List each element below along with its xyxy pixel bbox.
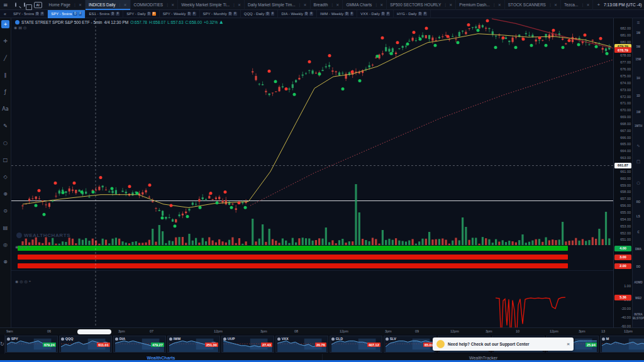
tab-close-icon[interactable]: ✕	[238, 3, 241, 7]
timeframe-1d[interactable]: 1D	[633, 94, 644, 98]
line-chart-icon[interactable]: ∿	[633, 145, 644, 148]
watchlist-panel-vxx[interactable]: VXX20.76	[275, 336, 328, 353]
timeframe-15m[interactable]: 15M	[633, 58, 644, 62]
timeframe-1h[interactable]: 1H	[633, 77, 644, 80]
workspace-tab-sp500-sectors-hourly[interactable]: SP500 SECTORS HOURLY⋮✕	[387, 0, 456, 10]
workspace-tab-stock-scanners[interactable]: STOCK SCANNERS⋮✕	[505, 0, 561, 10]
measure-tool[interactable]: ◇	[1, 173, 9, 181]
tab-menu-dots-icon[interactable]: ⋮	[443, 3, 447, 7]
chart-tab-dia-weekly[interactable]: DIA - WeeklyDF	[278, 10, 317, 18]
indicator-admd[interactable]: ADMD	[633, 281, 644, 285]
watchlist-panel-slv[interactable]: SLV65.09	[384, 336, 436, 353]
timeframe-1w[interactable]: 1W	[633, 111, 644, 114]
tab-close-icon[interactable]: ✕	[79, 3, 82, 7]
timeframe-1mth[interactable]: 1MTH	[633, 124, 644, 128]
watchlist-panel-uup[interactable]: UUP27.43	[221, 336, 274, 353]
workspace-tab-home-page[interactable]: Home Page⋮✕	[46, 0, 86, 10]
workspace-tab-indices-daily[interactable]: INDICES Daily⋮✕	[86, 0, 131, 10]
chart-tab-iwm-weekly[interactable]: IWM - WeeklyDF	[317, 10, 357, 18]
indicator-ro[interactable]: RO	[633, 200, 644, 204]
indicator-ls[interactable]: LS	[633, 215, 644, 219]
indicator-do[interactable]: DO	[633, 265, 644, 269]
tab-menu-dots-icon[interactable]: ⋮	[165, 3, 169, 7]
strip-menu-icon[interactable]: ≡	[633, 21, 644, 25]
tab-menu-dots-icon[interactable]: ⋮	[298, 3, 302, 7]
zoom-in-tool[interactable]: ⊕	[1, 190, 9, 198]
indicator-wb2[interactable]: WB2	[633, 297, 644, 300]
tab-close-icon[interactable]: ✕	[498, 3, 501, 7]
oscillator-pane-controls[interactable]: ◉◎◎+	[15, 279, 31, 283]
tab-close-icon[interactable]: ✕	[554, 3, 557, 7]
layouts-icon[interactable]	[24, 3, 25, 7]
chart-tab-es1-5mins[interactable]: ES1 - 5minsDF	[86, 10, 123, 18]
magnet-tool[interactable]: ⊙	[1, 207, 9, 215]
crosshair-tool[interactable]: ✛	[1, 37, 9, 45]
watchlist-panel-spy[interactable]: SPY679.24	[5, 336, 58, 353]
brush-tool[interactable]: ✎	[1, 122, 9, 130]
tab-close-icon[interactable]: ✕	[449, 3, 452, 7]
search-icon[interactable]	[15, 3, 16, 7]
chart-tab-spy-monthly[interactable]: SPY - MonthlyDF	[200, 10, 241, 18]
chart-tab-spy-weekly[interactable]: SPY - WeeklyDF	[160, 10, 200, 18]
square-icon[interactable]: □	[633, 160, 644, 164]
tab-close-icon[interactable]: ✕	[336, 3, 339, 7]
chart-tab-qqq-daily[interactable]: QQQ - DailyDF	[241, 10, 279, 18]
tab-menu-dots-icon[interactable]: ⋮	[330, 3, 334, 7]
add-button[interactable]: ＋	[1, 20, 9, 28]
indicator-c[interactable]: C	[633, 231, 644, 234]
workspace-tab-gmma-charts[interactable]: GMMA Charts⋮✕	[343, 0, 387, 10]
tab-menu-dots-icon[interactable]: ⋮	[580, 3, 584, 7]
add-workspace-tab-button[interactable]: +	[593, 2, 604, 8]
workspace-tab-commodities[interactable]: COMMODITIES⋮✕	[131, 0, 179, 10]
watchlist-refresh-icon[interactable]: ↻	[0, 334, 5, 354]
tab-close-icon[interactable]: ✕	[586, 3, 589, 7]
chart-tab-spy-daily[interactable]: SPY - DailyDF	[123, 10, 160, 18]
workspace-tab-breadth[interactable]: Breadth⋮✕	[311, 0, 343, 10]
tab-menu-dots-icon[interactable]: ⋮	[548, 3, 552, 7]
chart-tab-spy-5mins[interactable]: SPY - 5minsDF	[48, 10, 86, 18]
ai-assistant-icon[interactable]: AI	[34, 2, 42, 8]
chart-area[interactable]: STATE STREET SPDR S&P 500 ETF - 5min 4/4…	[11, 18, 613, 327]
tab-close-icon[interactable]: ✕	[124, 3, 127, 7]
watchlist-panel-gld[interactable]: GLD407.12	[330, 336, 382, 353]
workspace-tab-tezca-[interactable]: Tezca...⋮✕	[561, 0, 593, 10]
tab-menu-dots-icon[interactable]: ⋮	[118, 3, 122, 7]
ribbon-pane-controls[interactable]: ◉◎◎+	[15, 244, 31, 249]
fibonacci-tool[interactable]: ƒ	[1, 88, 9, 96]
indicator-controls[interactable]: ◉▤◎	[14, 25, 26, 30]
timeframe-1m[interactable]: 1M	[633, 31, 644, 35]
chart-tab-hyg-daily[interactable]: HYG - DailyDF	[394, 10, 431, 18]
tab-close-icon[interactable]: ✕	[171, 3, 174, 7]
parallel-channel-tool[interactable]: ∥	[1, 71, 9, 79]
price-axis[interactable]: 682.00681.00680.00679.00678.00677.00676.…	[613, 18, 632, 327]
watchlist-panel-qqq[interactable]: QQQ611.01	[59, 336, 112, 353]
ellipse-tool[interactable]: ○	[1, 139, 9, 147]
visibility-tool[interactable]: ◎	[1, 241, 9, 249]
indicator-dma[interactable]: DMA	[633, 248, 644, 251]
tab-menu-dots-icon[interactable]: ⋮	[232, 3, 236, 7]
layers-tool[interactable]: ▤	[1, 224, 9, 232]
collapse-sidebar-button[interactable]: «	[0, 12, 10, 16]
circle-icon[interactable]: ○	[633, 182, 644, 185]
watchlist-panel-iwm[interactable]: IWM251.30	[167, 336, 220, 353]
chart-tab-spy-5mins[interactable]: SPY - 5minsDF	[10, 10, 48, 18]
menu-icon[interactable]: ≡	[3, 0, 8, 10]
watchlist-panel-dia[interactable]: DIA479.27	[113, 336, 166, 353]
indicator-intra-blstop[interactable]: INTRA BLSTOP	[633, 313, 644, 320]
tab-close-icon[interactable]: ✕	[380, 3, 383, 7]
remove-tool[interactable]: ⊗	[1, 258, 9, 266]
workspace-tab-weekly-market-simple-ti-[interactable]: Weekly Market Simple Ti...⋮✕	[178, 0, 245, 10]
tab-menu-dots-icon[interactable]: ⋮	[492, 3, 496, 7]
chart-tab-vxx-daily[interactable]: VXX - DailyDF	[357, 10, 394, 18]
rectangle-tool[interactable]: □	[1, 156, 9, 164]
workspace-tab-daily-market-simple-tim-[interactable]: Daily Market Simple Tim...⋮✕	[245, 0, 311, 10]
timeframe-5m[interactable]: 5M	[633, 45, 644, 49]
text-tool[interactable]: Aa	[1, 105, 9, 113]
watchlist-panel-m[interactable]: M	[600, 336, 644, 353]
time-axis[interactable]: 9am063pm0712pm3pm0812pm3pm0912pm3pm1012p…	[0, 327, 644, 334]
trendline-tool[interactable]: ╱	[1, 54, 9, 62]
toast-close-icon[interactable]: ×	[567, 341, 570, 347]
workspace-tab-premium-dash-[interactable]: Premium Dash...⋮✕	[456, 0, 504, 10]
candlestick-chart[interactable]	[11, 18, 613, 327]
tab-menu-dots-icon[interactable]: ⋮	[374, 3, 378, 7]
